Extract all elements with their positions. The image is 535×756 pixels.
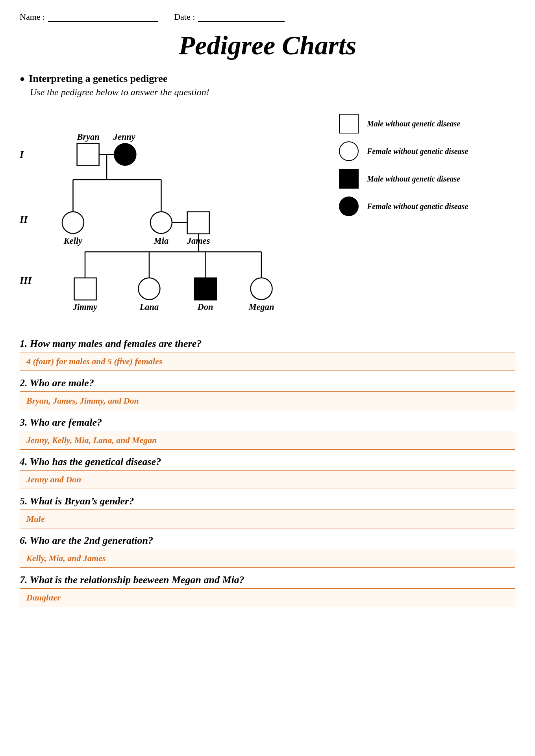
svg-text:Bryan: Bryan [77,132,100,142]
svg-text:Mia: Mia [154,236,168,246]
section-title: Interpreting a genetics pedigree [29,73,167,85]
bullet-icon: ● [20,74,25,84]
question-5-answer: Male [20,510,515,528]
svg-rect-24 [194,278,217,300]
name-field: Name : [20,12,158,22]
question-3-text: 3. Who are female? [20,417,515,428]
gen-label-I: I [20,149,24,161]
question-1-text: 1. How many males and females are there? [20,338,515,350]
gen-label-II: II [20,214,28,226]
legend-label-female-empty: Female without genetic disease [367,147,468,156]
square-empty-icon [339,114,359,133]
date-label: Date : [174,12,195,22]
pedigree-chart: I II III Bryan Jenny [20,106,315,326]
pedigree-svg: Bryan Jenny Kelly [35,106,311,326]
svg-rect-2 [77,144,99,166]
legend-symbol-female-empty [339,141,359,161]
question-4: 4. Who has the genetical disease?Jenny a… [20,456,515,489]
legend-label-female-filled: Female without genetic disease [367,202,468,211]
svg-rect-22 [74,278,96,300]
svg-point-23 [138,278,160,300]
svg-text:Jimmy: Jimmy [72,302,97,312]
question-7: 7. What is the relationship beeween Mega… [20,574,515,607]
section-heading: ● Interpreting a genetics pedigree [20,73,515,85]
legend-symbol-male-empty [339,113,359,134]
date-input-line[interactable] [198,13,285,22]
question-2-text: 2. Who are male? [20,377,515,389]
questions-section: 1. How many males and females are there?… [20,338,515,607]
legend-label-male-empty: Male without genetic disease [367,119,460,128]
legend-item-male-filled: Male without genetic disease [339,169,468,189]
legend: Male without genetic disease Female with… [339,113,468,326]
legend-item-male-empty: Male without genetic disease [339,113,468,134]
question-6-answer: Kelly, Mia, and James [20,549,515,568]
header: Name : Date : [20,12,515,22]
question-6-text: 6. Who are the 2nd generation? [20,535,515,547]
question-2: 2. Who are male?Bryan, James, Jimmy, and… [20,377,515,410]
question-4-answer: Jenny and Don [20,470,515,489]
svg-point-9 [62,212,84,233]
section-subtitle: Use the pedigree below to answer the que… [30,87,515,98]
question-1-answer: 4 (four) for males and 5 (five) females [20,352,515,371]
page-title: Pedigree Charts [20,30,515,61]
legend-symbol-female-filled [339,196,359,217]
question-6: 6. Who are the 2nd generation?Kelly, Mia… [20,535,515,568]
circle-empty-icon [339,141,359,161]
question-5-text: 5. What is Bryan’s gender? [20,495,515,507]
gen-label-III: III [20,275,31,287]
square-filled-icon [339,169,359,189]
question-2-answer: Bryan, James, Jimmy, and Don [20,391,515,410]
question-7-answer: Daughter [20,588,515,607]
svg-point-3 [114,144,136,165]
legend-item-female-empty: Female without genetic disease [339,141,468,161]
question-1: 1. How many males and females are there?… [20,338,515,371]
circle-filled-icon [339,196,359,216]
name-input-line[interactable] [48,13,158,22]
svg-text:Megan: Megan [248,302,274,312]
question-5: 5. What is Bryan’s gender?Male [20,495,515,528]
svg-rect-11 [187,212,209,234]
legend-label-male-filled: Male without genetic disease [367,174,460,183]
svg-text:Don: Don [197,302,213,312]
legend-symbol-male-filled [339,169,359,189]
svg-point-10 [150,212,172,233]
question-3: 3. Who are female?Jenny, Kelly, Mia, Lan… [20,417,515,450]
date-field: Date : [174,12,285,22]
svg-text:Jenny: Jenny [113,132,135,142]
question-7-text: 7. What is the relationship beeween Mega… [20,574,515,586]
question-4-text: 4. Who has the genetical disease? [20,456,515,468]
svg-text:Kelly: Kelly [63,236,82,246]
legend-item-female-filled: Female without genetic disease [339,196,468,217]
svg-text:Lana: Lana [139,302,159,312]
pedigree-area: I II III Bryan Jenny [20,106,515,326]
svg-point-25 [251,278,272,300]
name-label: Name : [20,12,45,22]
question-3-answer: Jenny, Kelly, Mia, Lana, and Megan [20,431,515,450]
